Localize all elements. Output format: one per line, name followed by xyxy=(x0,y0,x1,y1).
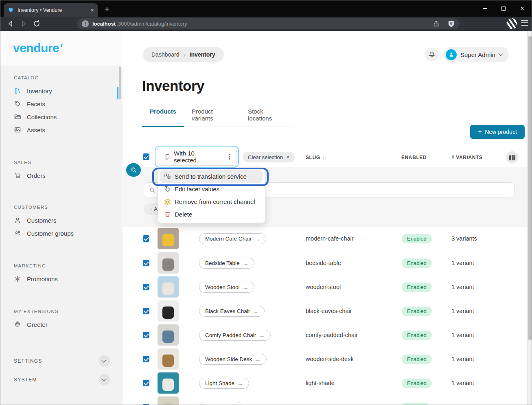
nav-section-marketing: MARKETING Promotions xyxy=(14,263,123,285)
sidebar-item-label: Promotions xyxy=(27,276,58,282)
table-row: Modern Cafe Chair→ modern-cafe-chair Ena… xyxy=(123,227,527,251)
row-checkbox[interactable] xyxy=(143,235,149,242)
row-checkbox[interactable] xyxy=(143,380,149,386)
breadcrumb-dashboard-link[interactable]: Dashboard xyxy=(151,51,180,58)
variant-count: 1 variant xyxy=(451,356,474,362)
vendure-favicon-heart-icon xyxy=(8,7,14,13)
menu-item-remove-from-current-channel[interactable]: Remove from current channel xyxy=(160,195,263,208)
user-avatar xyxy=(446,49,457,60)
content-scrollbar-thumb[interactable] xyxy=(528,36,532,340)
sidebar-item-greeter[interactable]: Greeter xyxy=(14,318,123,331)
product-link-pill[interactable]: Wooden Side Desk→ xyxy=(199,354,267,365)
window-minimize-button[interactable] xyxy=(475,0,494,17)
product-link-pill[interactable]: Comfy Padded Chair→ xyxy=(199,330,271,341)
active-nav-indicator xyxy=(117,87,118,99)
content-scrollbar[interactable] xyxy=(527,31,532,405)
kebab-menu-icon xyxy=(227,154,232,160)
tab-stock-locations[interactable]: Stock locations xyxy=(240,105,293,127)
menu-item-label: Send to translation service xyxy=(175,173,247,180)
back-button[interactable] xyxy=(7,20,15,28)
menu-item-edit-facet-values[interactable]: Edit facet values xyxy=(160,183,263,195)
sidebar-divider xyxy=(14,341,110,341)
clear-x-icon: × xyxy=(286,154,289,160)
columns-icon xyxy=(509,155,516,161)
select-all-checkbox[interactable] xyxy=(143,153,149,160)
product-thumbnail xyxy=(158,324,179,346)
arrow-right-icon: → xyxy=(254,236,260,242)
column-settings-button[interactable] xyxy=(506,151,518,164)
bulk-actions-label: With 10 selected... xyxy=(174,150,223,164)
column-header-variants: # VARIANTS xyxy=(451,155,482,160)
row-checkbox[interactable] xyxy=(143,308,149,314)
sidebar-item-customer-groups[interactable]: Customer groups xyxy=(14,227,123,240)
sidebar-item-inventory[interactable]: Inventory xyxy=(14,84,123,97)
sidebar-item-assets[interactable]: Assets xyxy=(14,123,123,136)
reload-button[interactable] xyxy=(33,20,41,28)
menu-item-delete[interactable]: Delete xyxy=(160,208,263,221)
bulk-actions-button[interactable]: With 10 selected... xyxy=(157,148,237,166)
browser-menu-icon[interactable] xyxy=(521,20,528,26)
sidebar-scrollbar-thumb[interactable] xyxy=(119,67,121,99)
page-title: Inventory xyxy=(142,78,204,94)
product-link-pill[interactable] xyxy=(199,402,243,405)
column-header-slug[interactable]: SLUG↓↑ xyxy=(306,155,327,160)
product-link-pill[interactable]: Black Eaves Chair→ xyxy=(199,306,265,317)
product-link-pill[interactable]: Modern Cafe Chair→ xyxy=(199,233,266,244)
sidebar-item-orders[interactable]: Orders xyxy=(14,169,123,182)
product-slug: wooden-side-desk xyxy=(306,356,354,362)
arrow-right-icon: → xyxy=(237,380,243,387)
window-close-button[interactable]: × xyxy=(513,0,532,17)
customer-groups-icon xyxy=(14,230,21,237)
url-bar[interactable]: ! localhost :3000/admin/catalog/inventor… xyxy=(77,18,460,29)
new-tab-button[interactable]: + xyxy=(105,5,109,14)
row-checkbox[interactable] xyxy=(143,284,149,290)
variant-count: 1 variant xyxy=(451,332,474,338)
user-menu-button[interactable]: Super Admin xyxy=(443,47,509,62)
sidebar-item-collections[interactable]: Collections xyxy=(14,110,123,123)
group-label: SYSTEM xyxy=(14,377,37,383)
tab-products[interactable]: Products xyxy=(142,105,184,127)
product-link-pill[interactable]: Light Shade→ xyxy=(199,378,249,389)
row-checkbox[interactable] xyxy=(143,356,149,362)
sidebar-item-customers[interactable]: Customers xyxy=(14,214,123,227)
sidebar-item-label: Customers xyxy=(27,217,57,224)
forward-button[interactable] xyxy=(20,20,28,28)
sidebar-item-facets[interactable]: Facets xyxy=(14,97,123,110)
product-slug: light-shade xyxy=(306,380,335,386)
collections-folder-icon xyxy=(14,113,21,120)
product-link-pill[interactable]: Bedside Table→ xyxy=(199,258,254,269)
row-checkbox[interactable] xyxy=(143,260,149,266)
variant-count: 3 variants xyxy=(451,235,477,242)
tab-product-variants[interactable]: Product variants xyxy=(184,105,240,127)
browser-tab[interactable]: Inventory • Vendure × xyxy=(4,3,98,17)
column-header-enabled: ENABLED xyxy=(401,155,427,160)
sidebar-group-settings[interactable]: SETTINGS xyxy=(14,355,110,367)
new-product-button[interactable]: + New product xyxy=(470,125,525,139)
table-row xyxy=(123,395,527,405)
window-maximize-button[interactable] xyxy=(494,0,513,17)
clear-selection-button[interactable]: Clear selection × xyxy=(243,152,295,162)
vendure-logo[interactable]: vendure xyxy=(13,41,61,55)
customer-icon xyxy=(14,217,21,224)
share-icon[interactable] xyxy=(432,20,440,28)
tab-close-icon[interactable]: × xyxy=(90,7,94,13)
status-badge: Enabled xyxy=(402,258,432,268)
sidebar-nav: CATALOG Inventory Facets Collections Ass… xyxy=(0,66,123,405)
browser-profile-avatar[interactable] xyxy=(506,18,517,29)
url-path: :3000/admin/catalog/inventory xyxy=(116,21,187,27)
brave-shield-icon[interactable] xyxy=(448,20,455,28)
menu-item-send-to-translation-service[interactable]: Send to translation service xyxy=(160,170,263,183)
sidebar: vendure CATALOG Inventory Facets Collect… xyxy=(0,31,123,405)
sidebar-item-promotions[interactable]: Promotions xyxy=(14,272,123,285)
sidebar-group-system[interactable]: SYSTEM xyxy=(14,374,110,386)
site-info-icon[interactable]: ! xyxy=(82,20,89,27)
product-thumbnail xyxy=(158,396,179,405)
chevron-down-icon[interactable] xyxy=(99,374,110,385)
table-row: Light Shade→ light-shade Enabled 1 varia… xyxy=(123,371,527,395)
chevron-down-icon[interactable] xyxy=(99,355,110,367)
notifications-button[interactable] xyxy=(425,48,439,61)
product-link-pill[interactable]: Wooden Stool→ xyxy=(199,282,254,293)
maximize-icon xyxy=(501,7,506,11)
search-toggle-button[interactable] xyxy=(126,163,141,177)
row-checkbox[interactable] xyxy=(143,332,149,338)
